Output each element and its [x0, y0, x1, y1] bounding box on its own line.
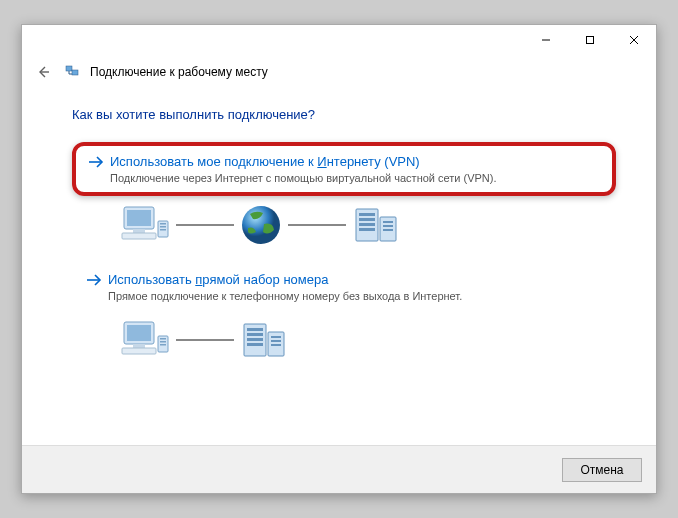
svg-rect-15	[160, 223, 166, 225]
svg-rect-21	[359, 218, 375, 221]
connector-line	[288, 224, 346, 226]
svg-rect-1	[587, 37, 594, 44]
maximize-icon	[585, 35, 595, 45]
svg-rect-30	[127, 325, 151, 341]
connector-line	[176, 339, 234, 341]
content-area: Как вы хотите выполнить подключение? Исп…	[22, 89, 656, 445]
svg-rect-17	[160, 229, 166, 231]
svg-rect-22	[359, 223, 375, 226]
vpn-illustration	[118, 202, 616, 248]
globe-icon	[238, 202, 284, 248]
svg-rect-32	[122, 348, 156, 354]
arrow-right-icon	[86, 273, 102, 287]
arrow-right-icon	[88, 155, 104, 169]
footer: Отмена	[22, 445, 656, 493]
option-vpn[interactable]: Использовать мое подключение к Интернету…	[72, 142, 616, 196]
maximize-button[interactable]	[568, 25, 612, 55]
option-dialup-title: Использовать прямой набор номера	[86, 272, 602, 287]
svg-rect-39	[247, 333, 263, 336]
wizard-window: Подключение к рабочему месту Как вы хоти…	[21, 24, 657, 494]
svg-rect-16	[160, 226, 166, 228]
svg-rect-11	[127, 210, 151, 226]
svg-rect-20	[359, 213, 375, 216]
option-vpn-title: Использовать мое подключение к Интернету…	[88, 154, 600, 169]
minimize-icon	[541, 35, 551, 45]
header-row: Подключение к рабочему месту	[22, 55, 656, 89]
svg-rect-45	[271, 344, 281, 346]
minimize-button[interactable]	[524, 25, 568, 55]
svg-rect-36	[160, 344, 166, 346]
svg-rect-25	[383, 221, 393, 223]
option-dialup-label: Использовать прямой набор номера	[108, 272, 328, 287]
svg-rect-12	[133, 229, 145, 233]
svg-rect-27	[383, 229, 393, 231]
option-dialup[interactable]: Использовать прямой набор номера Прямое …	[72, 262, 616, 312]
window-title: Подключение к рабочему месту	[90, 65, 268, 79]
option-dialup-desc: Прямое подключение к телефонному номеру …	[108, 290, 602, 302]
svg-rect-6	[72, 70, 78, 75]
option-vpn-desc: Подключение через Интернет с помощью вир…	[110, 172, 600, 184]
server-icon	[350, 203, 400, 247]
svg-rect-5	[66, 66, 72, 71]
dialup-illustration	[118, 318, 616, 362]
svg-rect-34	[160, 338, 166, 340]
server-icon	[238, 318, 288, 362]
svg-rect-43	[271, 336, 281, 338]
close-button[interactable]	[612, 25, 656, 55]
page-heading: Как вы хотите выполнить подключение?	[72, 107, 616, 122]
svg-rect-13	[122, 233, 156, 239]
computer-icon	[118, 318, 172, 362]
svg-rect-35	[160, 341, 166, 343]
svg-rect-38	[247, 328, 263, 331]
svg-rect-26	[383, 225, 393, 227]
titlebar	[22, 25, 656, 55]
svg-rect-40	[247, 338, 263, 341]
svg-rect-41	[247, 343, 263, 346]
svg-rect-31	[133, 344, 145, 348]
connector-line	[176, 224, 234, 226]
back-button[interactable]	[32, 61, 54, 83]
computer-icon	[118, 203, 172, 247]
close-icon	[629, 35, 639, 45]
back-arrow-icon	[35, 64, 51, 80]
cancel-button[interactable]: Отмена	[562, 458, 642, 482]
svg-rect-23	[359, 228, 375, 231]
option-vpn-label: Использовать мое подключение к Интернету…	[110, 154, 420, 169]
svg-rect-44	[271, 340, 281, 342]
svg-point-18	[242, 206, 280, 244]
app-icon	[64, 64, 80, 80]
